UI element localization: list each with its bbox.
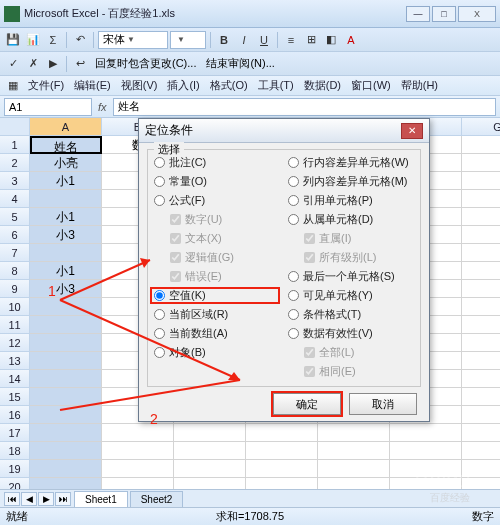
row-header[interactable]: 13 xyxy=(0,352,30,370)
undo-icon[interactable]: ↶ xyxy=(71,31,89,49)
cell[interactable] xyxy=(390,460,462,478)
option-note[interactable] xyxy=(154,157,165,168)
option-array[interactable] xyxy=(154,328,165,339)
cell[interactable] xyxy=(462,280,500,298)
font-size-box[interactable]: ▼ xyxy=(170,31,206,49)
cell[interactable]: 小1 xyxy=(30,208,102,226)
cell[interactable] xyxy=(30,316,102,334)
ok-button[interactable]: 确定 xyxy=(273,393,341,415)
option-visible[interactable] xyxy=(288,290,299,301)
cancel-button[interactable]: 取消 xyxy=(349,393,417,415)
option-formula[interactable] xyxy=(154,195,165,206)
row-header[interactable]: 18 xyxy=(0,442,30,460)
cell[interactable] xyxy=(30,388,102,406)
cell[interactable] xyxy=(462,370,500,388)
row-header[interactable]: 1 xyxy=(0,136,30,154)
row-header[interactable]: 12 xyxy=(0,334,30,352)
option-rowdiff[interactable] xyxy=(288,157,299,168)
sheet-tab-1[interactable]: Sheet1 xyxy=(74,491,128,507)
fx-icon[interactable]: fx xyxy=(98,101,107,113)
underline-button[interactable]: U xyxy=(255,31,273,49)
cell[interactable] xyxy=(174,424,246,442)
cell[interactable]: 姓名 xyxy=(30,136,102,154)
app-menu-icon[interactable]: ▦ xyxy=(4,77,22,95)
select-all-corner[interactable] xyxy=(0,118,30,136)
option-blank[interactable] xyxy=(154,290,165,301)
option-coldiff[interactable] xyxy=(288,176,299,187)
option-const[interactable] xyxy=(154,176,165,187)
row-header[interactable]: 4 xyxy=(0,190,30,208)
bold-button[interactable]: B xyxy=(215,31,233,49)
option-region[interactable] xyxy=(154,309,165,320)
row-header[interactable]: 19 xyxy=(0,460,30,478)
menu-tools[interactable]: 工具(T) xyxy=(254,76,298,95)
row-header[interactable]: 10 xyxy=(0,298,30,316)
italic-button[interactable]: I xyxy=(235,31,253,49)
column-header[interactable]: A xyxy=(30,118,102,136)
sheet-nav-next[interactable]: ▶ xyxy=(38,492,54,506)
formula-input[interactable]: 姓名 xyxy=(113,98,496,116)
cell[interactable] xyxy=(462,388,500,406)
cell[interactable] xyxy=(30,424,102,442)
cell[interactable]: 小亮 xyxy=(30,154,102,172)
cell[interactable] xyxy=(462,154,500,172)
cell[interactable] xyxy=(462,190,500,208)
row-header[interactable]: 8 xyxy=(0,262,30,280)
dialog-close-button[interactable]: ✕ xyxy=(401,123,423,139)
cell[interactable] xyxy=(30,298,102,316)
option-objects[interactable] xyxy=(154,347,165,358)
maximize-button[interactable]: □ xyxy=(432,6,456,22)
cell[interactable] xyxy=(462,172,500,190)
accept-changes-icon[interactable]: ✓ xyxy=(4,55,22,73)
dialog-titlebar[interactable]: 定位条件 ✕ xyxy=(139,119,429,143)
cell[interactable] xyxy=(462,244,500,262)
option-lastcell[interactable] xyxy=(288,271,299,282)
sheet-tab-2[interactable]: Sheet2 xyxy=(130,491,184,507)
cell[interactable] xyxy=(174,460,246,478)
cell[interactable] xyxy=(30,334,102,352)
cell[interactable] xyxy=(246,460,318,478)
menu-insert[interactable]: 插入(I) xyxy=(163,76,203,95)
cell[interactable] xyxy=(462,208,500,226)
menu-view[interactable]: 视图(V) xyxy=(117,76,162,95)
cell[interactable] xyxy=(462,316,500,334)
cell[interactable] xyxy=(462,334,500,352)
menu-data[interactable]: 数据(D) xyxy=(300,76,345,95)
cell[interactable] xyxy=(462,352,500,370)
font-color-icon[interactable]: A xyxy=(342,31,360,49)
cell[interactable] xyxy=(462,262,500,280)
sheet-nav-last[interactable]: ⏭ xyxy=(55,492,71,506)
cell[interactable] xyxy=(102,442,174,460)
cell[interactable]: 小3 xyxy=(30,280,102,298)
cell[interactable] xyxy=(30,442,102,460)
cell[interactable] xyxy=(102,460,174,478)
row-header[interactable]: 15 xyxy=(0,388,30,406)
option-refcell[interactable] xyxy=(288,195,299,206)
row-header[interactable]: 17 xyxy=(0,424,30,442)
reject-changes-icon[interactable]: ✗ xyxy=(24,55,42,73)
cell[interactable]: 小1 xyxy=(30,262,102,280)
align-left-icon[interactable]: ≡ xyxy=(282,31,300,49)
cell[interactable] xyxy=(30,190,102,208)
reply-changes-label[interactable]: 回复时包含更改(C)... xyxy=(91,56,200,71)
cell[interactable] xyxy=(30,370,102,388)
menu-file[interactable]: 文件(F) xyxy=(24,76,68,95)
cell[interactable] xyxy=(462,442,500,460)
sheet-nav-prev[interactable]: ◀ xyxy=(21,492,37,506)
row-header[interactable]: 7 xyxy=(0,244,30,262)
cell[interactable] xyxy=(246,442,318,460)
cell[interactable] xyxy=(174,442,246,460)
row-header[interactable]: 9 xyxy=(0,280,30,298)
cell[interactable] xyxy=(318,460,390,478)
save-icon[interactable]: 💾 xyxy=(4,31,22,49)
cell[interactable]: 小1 xyxy=(30,172,102,190)
row-header[interactable]: 6 xyxy=(0,226,30,244)
column-header[interactable]: G xyxy=(462,118,500,136)
cell[interactable] xyxy=(462,226,500,244)
borders-icon[interactable]: ⊞ xyxy=(302,31,320,49)
option-condfmt[interactable] xyxy=(288,309,299,320)
cell[interactable] xyxy=(462,298,500,316)
menu-window[interactable]: 窗口(W) xyxy=(347,76,395,95)
cell[interactable] xyxy=(462,136,500,154)
font-name-box[interactable]: 宋体▼ xyxy=(98,31,168,49)
